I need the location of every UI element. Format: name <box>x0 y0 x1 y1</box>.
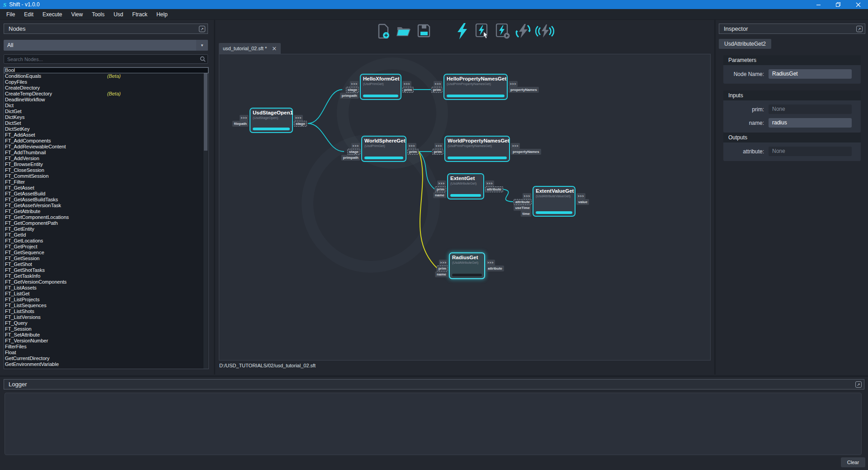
execute-all-button[interactable] <box>454 22 470 40</box>
node-list-item-FT_CommitSession[interactable]: FT_CommitSession <box>4 173 208 179</box>
node-list-item-FT_GetEntity[interactable]: FT_GetEntity <box>4 226 208 232</box>
node-list-item-FT_ListVersions[interactable]: FT_ListVersions <box>4 314 208 320</box>
node-list-item-DictSetKey[interactable]: DictSetKey <box>4 126 208 132</box>
node-list-item-FT_ListSequences[interactable]: FT_ListSequences <box>4 303 208 309</box>
graph-node-WorldSphereGet[interactable]: WorldSphereGet(UsdPrimGet) <box>361 136 406 162</box>
node-list-item-DictSet[interactable]: DictSet <box>4 120 208 126</box>
node-list-item-FT_GetId[interactable]: FT_GetId <box>4 232 208 238</box>
open-graph-button[interactable] <box>396 22 412 40</box>
node-list-item-FT_GetSession[interactable]: FT_GetSession <box>4 256 208 261</box>
node-list-item-FT_GetAttribute[interactable]: FT_GetAttribute <box>4 209 208 214</box>
node-list-item-DictGet[interactable]: DictGet <box>4 109 208 114</box>
node-list-item-FT_ListGet[interactable]: FT_ListGet <box>4 291 208 297</box>
tab-close-icon[interactable]: ✕ <box>272 46 277 52</box>
minimize-button[interactable] <box>808 0 828 9</box>
field-value-name[interactable]: radius <box>769 118 852 128</box>
graph-node-ExtentGet[interactable]: ExtentGet(UsdAttributeGet) <box>447 173 484 199</box>
node-list-item-FT_GetTaskInfo[interactable]: FT_GetTaskInfo <box>4 273 208 279</box>
port-prim[interactable]: prim <box>407 149 419 155</box>
execute-selected-button[interactable] <box>474 22 491 40</box>
chevron-down-icon[interactable]: ▼ <box>196 40 208 51</box>
port-stage[interactable]: stage <box>347 149 360 155</box>
search-input[interactable] <box>4 57 198 62</box>
new-graph-button[interactable] <box>375 22 392 40</box>
port-name[interactable]: name <box>433 192 446 198</box>
node-list-item-Bool[interactable]: Bool <box>4 67 208 73</box>
menu-file[interactable]: File <box>2 10 19 19</box>
graph-edge[interactable] <box>502 189 513 202</box>
node-list-item-FT_AddThumbnail[interactable]: FT_AddThumbnail <box>4 150 208 156</box>
port-prim[interactable]: prim <box>431 87 443 93</box>
node-list-item-FT_GetVersionComponents[interactable]: FT_GetVersionComponents <box>4 279 208 285</box>
node-list-item-FT_Session[interactable]: FT_Session <box>4 326 208 332</box>
right-splitter[interactable] <box>714 20 716 375</box>
port-primpath[interactable]: primpath <box>340 93 359 99</box>
node-list-item-FT_GetComponentLocations[interactable]: FT_GetComponentLocations <box>4 214 208 220</box>
restore-button[interactable] <box>828 0 848 9</box>
menu-execute[interactable]: Execute <box>38 10 66 19</box>
graph-node-UsdStageOpen1[interactable]: UsdStageOpen1(UsdStageOpen) <box>250 108 293 133</box>
live-execution-button[interactable] <box>535 22 554 40</box>
node-list-item-FT_ListProjects[interactable]: FT_ListProjects <box>4 297 208 303</box>
node-list-item-FT_ListShots[interactable]: FT_ListShots <box>4 309 208 314</box>
node-list-item-CopyFiles[interactable]: CopyFiles <box>4 79 208 85</box>
node-list-item-FT_CloseSession[interactable]: FT_CloseSession <box>4 167 208 173</box>
node-list-item-Dict[interactable]: Dict <box>4 103 208 109</box>
node-list-item-FT_ListAssets[interactable]: FT_ListAssets <box>4 285 208 291</box>
port-prim[interactable]: prim <box>435 186 446 192</box>
popout-icon[interactable]: ↗ <box>855 381 862 388</box>
logger-output[interactable] <box>5 393 862 455</box>
port-prim[interactable]: prim <box>402 87 414 93</box>
node-list-item-FT_AddReviewableContent[interactable]: FT_AddReviewableContent <box>4 144 208 150</box>
menu-edit[interactable]: Edit <box>19 10 38 19</box>
node-list-item-FT_GetAssetBuildTasks[interactable]: FT_GetAssetBuildTasks <box>4 197 208 203</box>
node-list-item-GetEnvironmentVariable[interactable]: GetEnvironmentVariable <box>4 361 208 367</box>
port-prim[interactable]: prim <box>432 149 443 155</box>
node-list-item-FilterFiles[interactable]: FilterFiles <box>4 344 208 350</box>
node-list-item-Float[interactable]: Float <box>4 350 208 356</box>
node-list-item-FT_GetProject[interactable]: FT_GetProject <box>4 244 208 250</box>
popout-icon[interactable]: ↗ <box>199 26 205 32</box>
port-time[interactable]: time <box>521 211 532 217</box>
menu-tools[interactable]: Tools <box>87 10 109 19</box>
graph-node-HelloPropertyNamesGet[interactable]: HelloPropertyNamesGet(UsdPrimPropertyNam… <box>443 74 508 100</box>
node-list-item-FT_BrowseEntity[interactable]: FT_BrowseEntity <box>4 161 208 167</box>
menu-usd[interactable]: Usd <box>109 10 127 19</box>
node-list-item-FT_GetLocations[interactable]: FT_GetLocations <box>4 238 208 244</box>
node-list-item-FT_AddVersion[interactable]: FT_AddVersion <box>4 156 208 161</box>
graph-canvas[interactable]: UsdStageOpen1(UsdStageOpen)>>>filepath>>… <box>219 54 711 361</box>
port-propertyNames[interactable]: propertyNames <box>509 87 539 93</box>
node-list-item-FT_AddComponents[interactable]: FT_AddComponents <box>4 138 208 144</box>
field-value-nodename[interactable]: RadiusGet <box>769 69 852 79</box>
node-list-item-ConditionEquals[interactable]: ConditionEquals(Beta) <box>4 73 208 79</box>
re-execute-button[interactable] <box>515 22 531 40</box>
node-list-item-FT_GetShotTasks[interactable]: FT_GetShotTasks <box>4 267 208 273</box>
port-prim[interactable]: prim <box>437 266 448 271</box>
close-button[interactable] <box>848 0 868 9</box>
menu-help[interactable]: Help <box>152 10 172 19</box>
graph-node-RadiusGet[interactable]: RadiusGet(UsdAttributeGet) <box>449 252 485 279</box>
graph-node-WorldPropertyNamesGet[interactable]: WorldPropertyNamesGet(UsdPrimPropertyNam… <box>444 136 510 162</box>
menu-view[interactable]: View <box>66 10 87 19</box>
node-list-item-GetCurrentDirectory[interactable]: GetCurrentDirectory <box>4 356 208 361</box>
port-useTime[interactable]: useTime <box>514 205 532 211</box>
port-propertyNames[interactable]: propertyNames <box>511 149 541 155</box>
graph-tab[interactable]: usd_tutorial_02.sft * ✕ <box>219 43 281 54</box>
port-attribute[interactable]: attribute <box>514 199 532 205</box>
inspector-node-type-tab[interactable]: UsdAttributeGet2 <box>719 39 771 49</box>
graph-node-HelloXformGet[interactable]: HelloXformGet(UsdPrimGet) <box>360 74 401 100</box>
node-list-item-DeadlineWorkflow[interactable]: DeadlineWorkflow <box>4 97 208 103</box>
port-primpath[interactable]: primpath <box>341 155 360 161</box>
node-list-item-FT_GetAsset[interactable]: FT_GetAsset <box>4 185 208 191</box>
port-attribute[interactable]: attribute <box>485 186 503 192</box>
node-list-item-FT_GetAssetVersionTask[interactable]: FT_GetAssetVersionTask <box>4 203 208 209</box>
field-value-prim[interactable]: None <box>769 104 852 114</box>
node-list-item-FT_Filter[interactable]: FT_Filter <box>4 179 208 185</box>
execute-from-selected-button[interactable] <box>495 22 511 40</box>
clear-logger-button[interactable]: Clear <box>841 457 865 467</box>
port-name[interactable]: name <box>435 271 448 277</box>
node-list-item-CreateTempDirectory[interactable]: CreateTempDirectory(Beta) <box>4 91 208 97</box>
node-list-item-FT_GetAssetBuild[interactable]: FT_GetAssetBuild <box>4 191 208 197</box>
port-filepath[interactable]: filepath <box>232 121 249 127</box>
node-list-item-CreateDirectory[interactable]: CreateDirectory <box>4 85 208 91</box>
